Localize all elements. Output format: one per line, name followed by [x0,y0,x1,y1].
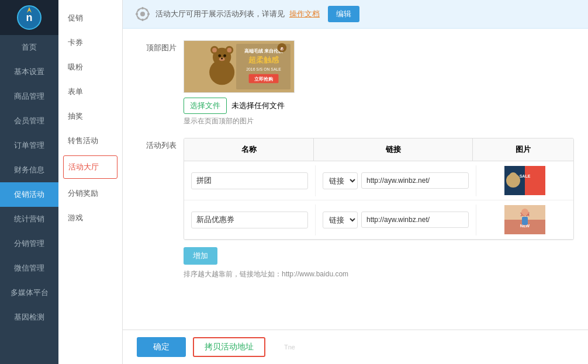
confirm-button[interactable]: 确定 [137,337,186,357]
bear-image: 高端毛绒 来自伦敦 超柔触感 2016 S/S ON SALE 立即抢购 🐶 [184,41,294,92]
add-button[interactable]: 增加 [184,247,217,265]
sidebar: n 首页 基本设置 商品管理 会员管理 订单管理 财务信息 促销活动 统计营销 … [0,0,58,364]
url-input-2[interactable] [361,212,469,228]
url-input-1[interactable] [361,172,469,189]
svg-rect-5 [142,7,144,9]
svg-point-21 [223,54,226,57]
svg-rect-6 [142,19,144,21]
svg-rect-33 [525,166,545,195]
sidebar-item-gene[interactable]: 基因检测 [0,305,58,330]
svg-text:n: n [26,12,33,23]
link-select-1[interactable]: 链接 [323,172,358,189]
table-row: 链接 SALE [184,161,573,200]
name-input-2[interactable] [191,212,308,228]
sidebar-item-statistics[interactable]: 统计营销 [0,207,58,231]
activity-table: 名称 链接 图片 链接 [184,138,574,240]
top-image-row: 顶部图片 [137,40,574,126]
notice-link[interactable]: 操作文档 [289,9,320,19]
sub-sidebar-promotion[interactable]: 促销 [58,6,122,30]
table-header: 名称 链接 图片 [184,138,573,161]
top-image-preview: 高端毛绒 来自伦敦 超柔触感 2016 S/S ON SALE 立即抢购 🐶 [184,40,295,93]
svg-point-23 [221,58,223,60]
table-row: 链接 女装 NEW [184,200,573,240]
logo: n [0,0,58,35]
svg-point-18 [212,48,217,53]
svg-rect-43 [522,217,528,225]
gear-icon [134,6,151,22]
sub-sidebar-attract[interactable]: 吸粉 [58,55,122,79]
sub-sidebar-resale[interactable]: 转售活动 [58,129,122,153]
svg-point-4 [140,12,145,16]
edit-button[interactable]: 编辑 [328,6,359,22]
top-image-label: 顶部图片 [137,40,184,53]
link-select-2[interactable]: 链接 [323,212,358,228]
svg-point-42 [521,209,528,216]
sidebar-item-finance[interactable]: 财务信息 [0,158,58,182]
td-image-1: SALE [476,161,573,200]
activity-list-label: 活动列表 [137,138,184,151]
th-link: 链接 [314,138,473,161]
sub-sidebar-game[interactable]: 游戏 [58,206,122,230]
svg-point-19 [227,48,231,53]
svg-rect-8 [147,13,150,15]
sort-hint: 排序越大越靠前，链接地址如：http://www.baidu.com [184,269,574,279]
sidebar-item-media[interactable]: 多媒体平台 [0,280,58,305]
td-link-2: 链接 [316,204,476,235]
choose-file-button[interactable]: 选择文件 [184,98,227,114]
notice-bar: 活动大厅可用于展示活动列表，详请见 操作文档 编辑 [123,0,588,29]
sub-sidebar-card[interactable]: 卡券 [58,30,122,55]
bottom-bar: 确定 拷贝活动地址 Tne [123,330,588,364]
bear-illustration: 高端毛绒 来自伦敦 超柔触感 2016 S/S ON SALE 立即抢购 🐶 [184,41,295,92]
sidebar-item-home[interactable]: 首页 [0,35,58,60]
td-link-1: 链接 [316,165,476,196]
svg-point-20 [218,54,221,57]
svg-text:SALE: SALE [520,174,531,178]
td-image-2: 女装 NEW [476,200,573,239]
td-name-2 [184,204,316,235]
svg-text:立即抢购: 立即抢购 [254,76,273,82]
svg-text:2016 S/S ON SALE: 2016 S/S ON SALE [246,67,281,71]
page-body: 顶部图片 [123,29,588,330]
no-file-text: 未选择任何文件 [231,100,285,111]
td-name-1 [184,165,316,196]
watermark: Tne [284,344,295,351]
thumb-promo-1: 女装 NEW [504,205,545,234]
sidebar-item-wechat[interactable]: 微信管理 [0,256,58,280]
svg-rect-7 [136,13,138,15]
sidebar-item-order-mgmt[interactable]: 订单管理 [0,133,58,158]
copy-url-button[interactable]: 拷贝活动地址 [193,337,265,357]
sub-sidebar-form[interactable]: 表单 [58,79,122,104]
sidebar-item-basic-settings[interactable]: 基本设置 [0,60,58,84]
svg-text:超柔触感: 超柔触感 [248,56,279,64]
name-input-1[interactable] [191,172,308,189]
sub-sidebar-activity-hall[interactable]: 活动大厅 [63,155,117,179]
svg-point-36 [509,172,517,181]
th-name: 名称 [184,138,314,161]
image-hint: 显示在页面顶部的图片 [184,116,574,126]
sub-sidebar: 促销 卡券 吸粉 表单 抽奖 转售活动 活动大厅 分销奖励 游戏 [58,0,123,364]
thumb-sale-1: SALE [504,166,545,195]
sidebar-item-member-mgmt[interactable]: 会员管理 [0,109,58,133]
th-image: 图片 [473,138,573,161]
sidebar-item-product-mgmt[interactable]: 商品管理 [0,84,58,109]
main-content: 活动大厅可用于展示活动列表，详请见 操作文档 编辑 顶部图片 [123,0,588,364]
notice-text: 活动大厅可用于展示活动列表，详请见 [155,9,285,19]
top-image-content: 高端毛绒 来自伦敦 超柔触感 2016 S/S ON SALE 立即抢购 🐶 选… [184,40,574,126]
activity-list-content: 名称 链接 图片 链接 [184,138,574,279]
logo-icon: n [16,5,42,30]
sub-sidebar-dist-reward[interactable]: 分销奖励 [58,181,122,206]
activity-list-row: 活动列表 名称 链接 图片 链接 [137,138,574,279]
image-controls: 选择文件 未选择任何文件 [184,98,574,114]
sidebar-item-distribution[interactable]: 分销管理 [0,231,58,256]
sub-sidebar-lottery[interactable]: 抽奖 [58,104,122,129]
sidebar-item-promotions[interactable]: 促销活动 [0,182,58,207]
svg-text:🐶: 🐶 [279,46,285,51]
